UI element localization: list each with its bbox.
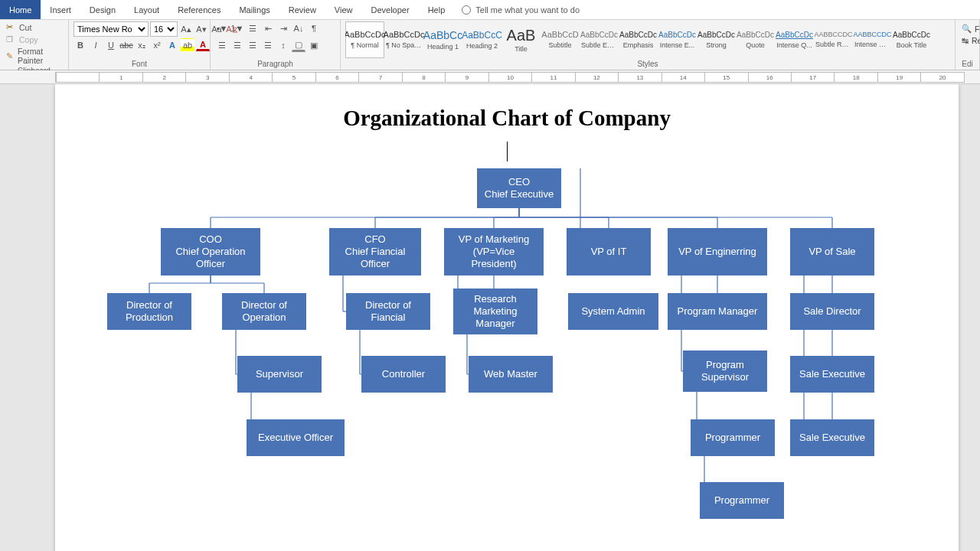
grow-font-button[interactable]: A▴ — [179, 22, 193, 36]
group-paragraph: •▼ 1▼ ☰ ⇤ ⇥ A↓ ¶ ☰ ☰ ☰ ☰ ↕ ▢ ▣ — [211, 20, 341, 70]
node-vps[interactable]: VP of Sale — [790, 228, 874, 276]
node-sup[interactable]: Supervisor — [237, 356, 322, 393]
group-editing: 🔍Fi ↹Re Edi — [956, 20, 980, 70]
style-subtle-ref-[interactable]: AABBCCDCSubtle Ref... — [814, 21, 853, 58]
node-prog1[interactable]: Programmer — [691, 419, 775, 456]
lightbulb-icon — [462, 5, 471, 15]
shading-button[interactable]: ▢ — [292, 38, 305, 52]
page: Organizational Chart of Company CEOChief… — [55, 84, 959, 551]
underline-button[interactable]: U — [104, 38, 118, 52]
style-title[interactable]: AaBTitle — [501, 21, 541, 58]
align-right-button[interactable]: ☰ — [246, 38, 260, 52]
node-sexec1[interactable]: Sale Executive — [790, 356, 874, 393]
style--normal[interactable]: AaBbCcDc¶ Normal — [345, 21, 384, 58]
style-intense-e-[interactable]: AaBbCcDcIntense E... — [658, 21, 697, 58]
tab-review[interactable]: Review — [279, 0, 325, 19]
replace-button[interactable]: ↹Re — [960, 35, 980, 46]
styles-label: Styles — [345, 59, 950, 70]
style--no-spac-[interactable]: AaBbCcDc¶ No Spac... — [384, 21, 423, 58]
document-area[interactable]: Organizational Chart of Company CEOChief… — [0, 84, 980, 551]
style-quote[interactable]: AaBbCcDcQuote — [736, 21, 775, 58]
node-vpe[interactable]: VP of Enginerring — [668, 228, 767, 276]
copy-icon — [6, 34, 16, 44]
style-emphasis[interactable]: AaBbCcDcEmphasis — [619, 21, 658, 58]
node-sdir[interactable]: Sale Director — [790, 293, 874, 330]
tab-home[interactable]: Home — [0, 0, 41, 19]
node-vpit[interactable]: VP of IT — [567, 228, 651, 276]
tab-mailings[interactable]: Mailings — [230, 0, 279, 19]
style-subtle-em-[interactable]: AaBbCcDcSubtle Em... — [580, 21, 619, 58]
strike-button[interactable]: abc — [119, 38, 133, 52]
tab-references[interactable]: References — [168, 0, 230, 19]
styles-gallery[interactable]: AaBbCcDc¶ NormalAaBbCcDc¶ No Spac...AaBb… — [345, 21, 931, 58]
tab-design[interactable]: Design — [80, 0, 125, 19]
find-button[interactable]: 🔍Fi — [960, 23, 980, 34]
highlight-button[interactable]: ab — [181, 38, 194, 52]
horizontal-ruler[interactable]: 1234567891011121314151617181920 — [55, 72, 965, 83]
numbering-button[interactable]: 1▼ — [230, 21, 244, 35]
node-dprod[interactable]: Director ofProduction — [107, 293, 191, 330]
borders-button[interactable]: ▣ — [307, 38, 321, 52]
outdent-button[interactable]: ⇤ — [261, 21, 275, 35]
line-spacing-button[interactable]: ↕ — [276, 38, 290, 52]
text-cursor — [507, 142, 508, 161]
tab-help[interactable]: Help — [419, 0, 455, 19]
style-book-title[interactable]: AaBbCcDcBook Title — [892, 21, 931, 58]
tab-layout[interactable]: Layout — [125, 0, 168, 19]
font-size-select[interactable]: 16 — [150, 21, 178, 37]
tab-insert[interactable]: Insert — [41, 0, 80, 19]
copy-button[interactable]: Copy — [5, 34, 64, 45]
superscript-button[interactable]: x² — [150, 38, 164, 52]
italic-button[interactable]: I — [89, 38, 103, 52]
node-coo[interactable]: COOChief OperationOfficer — [161, 228, 260, 276]
style-intense-q-[interactable]: AaBbCcDcIntense Q... — [775, 21, 814, 58]
align-left-button[interactable]: ☰ — [215, 38, 229, 52]
subscript-button[interactable]: x₂ — [135, 38, 149, 52]
tell-me-search[interactable]: Tell me what you want to do — [454, 0, 580, 19]
cut-icon — [6, 22, 16, 32]
tab-developer[interactable]: Developer — [362, 0, 419, 19]
shrink-font-button[interactable]: A▾ — [194, 22, 208, 36]
page-title: Organizational Chart of Company — [55, 84, 959, 131]
indent-button[interactable]: ⇥ — [276, 21, 290, 35]
show-marks-button[interactable]: ¶ — [307, 21, 321, 35]
bold-button[interactable]: B — [74, 38, 87, 52]
group-font: Times New Ro 16 A▴ A▾ Aa A⧖ B I U abc x₂… — [69, 20, 211, 70]
org-chart[interactable]: CEOChief ExecutiveCOOChief OperationOffi… — [55, 168, 959, 551]
node-dop[interactable]: Director ofOperation — [222, 293, 306, 330]
sort-button[interactable]: A↓ — [292, 21, 305, 35]
font-name-select[interactable]: Times New Ro — [74, 21, 149, 37]
style-heading-2[interactable]: AaBbCcCHeading 2 — [462, 21, 501, 58]
font-color-button[interactable]: A — [196, 40, 210, 51]
ribbon-tabs: HomeInsertDesignLayoutReferencesMailings… — [0, 0, 980, 20]
bullets-button[interactable]: •▼ — [215, 21, 229, 35]
node-sysadm[interactable]: System Admin — [568, 293, 658, 330]
node-cfo[interactable]: CFOChief FiancialOfficer — [329, 228, 421, 276]
align-center-button[interactable]: ☰ — [230, 38, 244, 52]
brush-icon — [6, 51, 15, 61]
node-psup[interactable]: ProgramSupervisor — [683, 350, 767, 392]
font-label: Font — [74, 59, 205, 70]
node-sexec2[interactable]: Sale Executive — [790, 419, 874, 456]
style-heading-1[interactable]: AaBbCcHeading 1 — [423, 21, 462, 58]
node-ctrl[interactable]: Controller — [361, 356, 446, 393]
node-ceo[interactable]: CEOChief Executive — [477, 168, 561, 208]
editing-label: Edi — [960, 59, 975, 70]
node-exoff[interactable]: Executive Officer — [247, 419, 345, 456]
node-dfin[interactable]: Director ofFiancial — [346, 293, 430, 330]
cut-button[interactable]: Cut — [5, 21, 64, 33]
node-web[interactable]: Web Master — [469, 356, 553, 393]
multilevel-button[interactable]: ☰ — [246, 21, 260, 35]
text-effects-button[interactable]: A — [165, 38, 179, 52]
group-clipboard: Cut Copy Format Painter Clipboard — [0, 20, 69, 70]
node-pm[interactable]: Program Manager — [668, 293, 767, 330]
style-subtitle[interactable]: AaBbCcDSubtitle — [541, 21, 580, 58]
justify-button[interactable]: ☰ — [261, 38, 275, 52]
style-intense-re-[interactable]: AABBCCDCIntense Re... — [853, 21, 892, 58]
style-strong[interactable]: AaBbCcDcStrong — [697, 21, 736, 58]
node-rmm[interactable]: ResearchMarketingManager — [453, 289, 537, 334]
format-painter-button[interactable]: Format Painter — [5, 46, 64, 66]
node-vpm[interactable]: VP of Marketing(VP=VicePresident) — [444, 228, 544, 276]
node-prog2[interactable]: Programmer — [700, 482, 784, 519]
tab-view[interactable]: View — [325, 0, 362, 19]
